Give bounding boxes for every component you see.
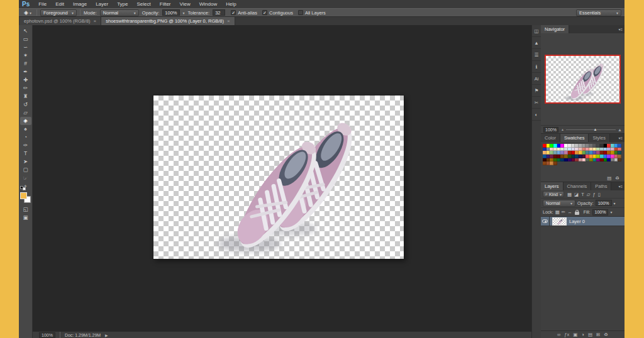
blend-mode-select[interactable]: Normal ▾ xyxy=(543,200,575,207)
option-checkbox[interactable]: All Layers xyxy=(298,10,326,16)
visibility-cell[interactable] xyxy=(541,217,550,226)
dock-panel-icon-2[interactable]: ▲ xyxy=(532,37,541,49)
layer-opacity-input[interactable]: 100% xyxy=(596,200,612,206)
magic-wand-tool[interactable]: ✶ xyxy=(20,52,31,60)
delete-layer-button[interactable]: ♻ xyxy=(604,332,608,337)
dock-panel-icon-7[interactable]: ✂ xyxy=(532,97,541,109)
pen-tool[interactable]: ✑ xyxy=(20,141,31,150)
link-layers-button[interactable]: ∞ xyxy=(557,332,560,337)
filter-adjustment-layers-icon[interactable]: ◪ xyxy=(574,192,579,197)
dock-panel-icon-3[interactable]: ☰ xyxy=(532,49,541,61)
default-colors-icon[interactable] xyxy=(20,186,26,190)
swatch-panel-tab[interactable]: Color xyxy=(541,134,560,142)
dock-panel-icon-5[interactable]: Ai xyxy=(532,73,541,85)
menu-item[interactable]: View xyxy=(175,0,195,8)
menu-item[interactable]: Select xyxy=(133,0,155,8)
dodge-tool[interactable]: ◔ xyxy=(20,133,31,141)
navigator-thumbnail[interactable] xyxy=(545,55,621,104)
hand-tool[interactable]: ☞ xyxy=(20,174,31,182)
option-checkbox[interactable]: ✓ Contiguous xyxy=(262,10,293,16)
mode-select[interactable]: Normal ▾ xyxy=(100,9,139,16)
filter-pixel-layers-icon[interactable]: ▦ xyxy=(567,192,572,197)
menu-item[interactable]: Layer xyxy=(91,0,113,8)
navigator-zoom-field[interactable]: 100% xyxy=(543,127,558,133)
menu-item[interactable]: Edit xyxy=(51,0,69,8)
layer-thumbnail[interactable] xyxy=(552,217,567,226)
menu-item[interactable]: Help xyxy=(221,0,240,8)
tolerance-input[interactable]: 32 xyxy=(213,9,225,16)
close-icon[interactable]: × xyxy=(227,18,230,24)
crop-tool[interactable]: # xyxy=(20,60,31,68)
quick-mask-button[interactable]: ◱ xyxy=(20,205,31,214)
menu-item[interactable]: Window xyxy=(195,0,221,8)
layer-name[interactable]: Layer 0 xyxy=(569,219,585,224)
slider-track[interactable]: ▲ xyxy=(566,129,616,130)
layers-panel-tab[interactable]: Paths xyxy=(591,182,611,190)
layer-row[interactable]: Layer 0 xyxy=(541,217,625,226)
new-swatch-button[interactable]: ▤ xyxy=(607,176,611,181)
menu-item[interactable]: Type xyxy=(113,0,132,8)
history-brush-tool[interactable]: ↺ xyxy=(20,101,31,109)
slider-thumb[interactable]: ▲ xyxy=(593,128,597,131)
chevron-down-icon[interactable]: ▾ xyxy=(610,210,612,214)
eraser-tool[interactable]: ▱ xyxy=(20,109,31,117)
eyedropper-tool[interactable]: ✒ xyxy=(20,68,31,76)
menu-item[interactable]: Filter xyxy=(155,0,175,8)
layer-style-button[interactable]: ƒx xyxy=(564,332,569,337)
dock-panel-icon-4[interactable]: ℹ xyxy=(532,61,541,73)
status-menu-arrow-icon[interactable]: ▶ xyxy=(105,333,108,337)
layers-panel-tab[interactable]: Channels xyxy=(564,182,592,190)
marquee-tool[interactable]: ▭ xyxy=(20,35,31,43)
color-swatch[interactable] xyxy=(553,161,557,165)
lock-transparent-pixels-icon[interactable]: ▦ xyxy=(555,209,560,215)
color-swatch[interactable] xyxy=(618,158,621,162)
tab-navigator[interactable]: Navigator xyxy=(541,25,569,33)
filter-toggle-icon[interactable]: ▯ xyxy=(598,192,601,197)
layers-panel-tab[interactable]: Layers xyxy=(541,182,564,190)
dock-panel-icon-1[interactable]: ◫ xyxy=(532,25,541,37)
document-tab[interactable]: shoeswithtransparentbg.PNG @ 100% (Layer… xyxy=(101,17,235,25)
chevron-down-icon[interactable]: ▾ xyxy=(614,201,616,205)
menu-item[interactable]: File xyxy=(34,0,51,8)
adjustment-layer-button[interactable]: ◑ xyxy=(581,332,584,337)
close-icon[interactable]: × xyxy=(94,18,97,24)
lock-image-pixels-icon[interactable]: ✏ xyxy=(562,209,565,215)
screen-mode-button[interactable]: ▣ xyxy=(20,214,31,222)
filter-group-layers-icon[interactable]: ▱ xyxy=(587,192,591,197)
foreground-color-swatch[interactable] xyxy=(20,192,27,199)
navigator-zoom-slider[interactable]: ▲ ▲ ▲ xyxy=(561,128,622,132)
panel-menu-icon[interactable]: ▾≡ xyxy=(618,134,625,142)
panel-menu-icon[interactable]: ▾≡ xyxy=(618,25,625,33)
panel-menu-icon[interactable]: ▾≡ xyxy=(618,182,625,190)
layer-filter-select[interactable]: ⌕ Kind ▾ xyxy=(543,191,564,197)
zoom-out-icon[interactable]: ▲ xyxy=(561,128,564,131)
blur-tool[interactable]: ♠ xyxy=(20,125,31,133)
healing-brush-tool[interactable]: ✚ xyxy=(20,76,31,84)
current-tool-badge[interactable]: ◈ ▾ xyxy=(22,9,33,16)
menu-item[interactable]: Image xyxy=(69,0,91,8)
document-canvas[interactable] xyxy=(153,95,404,259)
zoom-in-icon[interactable]: ▲ xyxy=(618,128,622,132)
add-layer-mask-button[interactable]: ▣ xyxy=(573,332,577,337)
option-checkbox[interactable]: ✓ Anti-alias xyxy=(231,10,257,16)
filter-effect-layers-icon[interactable]: ƒ xyxy=(593,192,596,197)
dock-panel-icon-8[interactable]: ◐ xyxy=(532,109,541,121)
layer-fill-input[interactable]: 100% xyxy=(592,209,609,215)
swatch-panel-tab[interactable]: Styles xyxy=(589,134,609,142)
type-tool[interactable]: T xyxy=(20,150,31,158)
lasso-tool[interactable]: ∽ xyxy=(20,43,31,52)
pasteboard[interactable] xyxy=(33,25,531,331)
lock-all-icon[interactable] xyxy=(574,209,580,215)
fill-source-select[interactable]: Foreground ▾ xyxy=(40,9,77,16)
new-layer-button[interactable]: ⊞ xyxy=(596,332,600,337)
path-selection-tool[interactable]: ➤ xyxy=(20,158,31,166)
swatch-panel-tab[interactable]: Swatches xyxy=(560,134,589,142)
opacity-input[interactable]: 100% xyxy=(162,9,179,16)
move-tool[interactable]: ↖ xyxy=(20,27,31,35)
dock-panel-icon-6[interactable]: ⚑ xyxy=(532,85,541,97)
lock-position-icon[interactable]: ↔ xyxy=(567,209,572,215)
shape-tool[interactable]: ▢ xyxy=(20,166,31,174)
filter-type-layers-icon[interactable]: T xyxy=(581,192,584,197)
zoom-level-field[interactable]: 100% xyxy=(39,332,55,338)
delete-swatch-button[interactable]: ♻ xyxy=(615,176,619,181)
